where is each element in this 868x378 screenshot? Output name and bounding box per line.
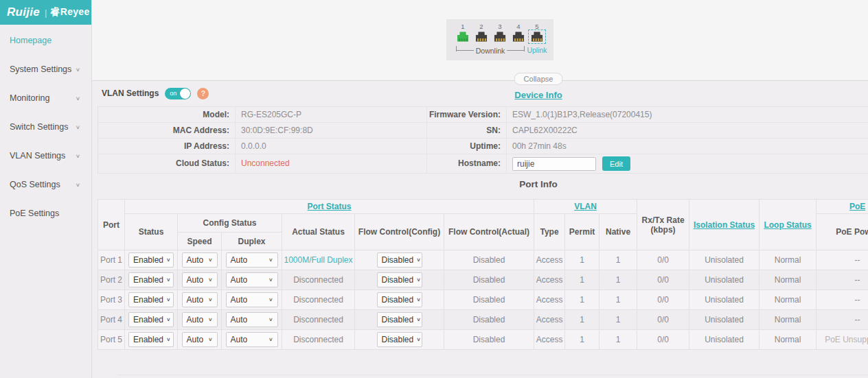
duplex-select[interactable]: Auto∨ <box>226 292 278 307</box>
poe-power-value: PoE Unsupported <box>816 330 868 350</box>
sidebar: Ruijie | 睿Reyee HomepageSystem Settings∨… <box>0 0 92 378</box>
vlan-permit-value: 1 <box>565 250 599 270</box>
chevron-down-icon: ∨ <box>416 297 421 303</box>
isolation-status-link[interactable]: Isolation Status <box>689 200 760 250</box>
port-5-uplink[interactable]: 5 <box>529 23 545 43</box>
status-select[interactable]: Enabled∨ <box>128 312 174 327</box>
col-header-native: Native <box>599 214 637 250</box>
status-select[interactable]: Enabled∨ <box>128 332 174 347</box>
chevron-down-icon: ∨ <box>269 317 273 322</box>
port-4[interactable]: 4 <box>510 23 527 43</box>
loop-status-link[interactable]: Loop Status <box>760 200 816 250</box>
sidebar-item-vlan-settings[interactable]: VLAN Settings∨ <box>0 141 91 170</box>
port-table-body: Port 1Enabled∨Auto∨Auto∨1000M/Full Duple… <box>98 250 868 350</box>
sidebar-item-label: Switch Settings <box>10 122 68 132</box>
ip-value: 0.0.0.0 <box>236 139 427 154</box>
flow-control-actual-value: Disabled <box>444 310 534 330</box>
speed-select[interactable]: Auto∨ <box>182 312 218 327</box>
status-select-cell: Enabled∨ <box>125 330 178 350</box>
hostname-cell: Edit <box>507 154 868 173</box>
edit-hostname-button[interactable]: Edit <box>602 156 630 171</box>
chevron-down-icon: ∨ <box>166 257 171 263</box>
flow-control-config-select[interactable]: Disabled∨ <box>377 272 422 287</box>
poe-power-value: -- <box>816 310 868 330</box>
port-2[interactable]: 2 <box>473 23 490 43</box>
port-table-row: Port 3Enabled∨Auto∨Auto∨DisconnectedDisa… <box>98 290 868 310</box>
vlan-type-value: Access <box>534 250 565 270</box>
port-number-label: 2 <box>479 23 483 31</box>
status-select[interactable]: Enabled∨ <box>128 252 174 268</box>
port-number-label: 1 <box>461 23 464 31</box>
port-number-label: 4 <box>516 23 520 31</box>
poe-power-value: -- <box>816 270 868 290</box>
port-1[interactable]: 1 <box>455 23 471 43</box>
vlan-type-value: Access <box>534 270 565 290</box>
speed-select-value: Auto <box>187 275 204 285</box>
sn-value: CAPL62X00222C <box>507 123 868 138</box>
duplex-select[interactable]: Auto∨ <box>226 252 278 268</box>
sidebar-item-qos-settings[interactable]: QoS Settings∨ <box>0 170 91 199</box>
flow-control-actual-value: Disabled <box>444 270 534 290</box>
rj45-port-icon <box>529 31 545 43</box>
actual-status-value: Disconnected <box>282 290 355 310</box>
sidebar-item-monitoring[interactable]: Monitoring∨ <box>0 84 91 113</box>
vlan-group-link[interactable]: VLAN <box>534 200 637 214</box>
speed-select-value: Auto <box>187 315 204 324</box>
flow-control-config-select[interactable]: Disabled∨ <box>377 292 422 307</box>
duplex-select[interactable]: Auto∨ <box>226 272 278 287</box>
model-label: Model: <box>98 107 236 122</box>
duplex-select-cell: Auto∨ <box>222 270 282 290</box>
flow-control-config-select-cell: Disabled∨ <box>355 270 444 290</box>
speed-select[interactable]: Auto∨ <box>182 252 218 268</box>
vlan-native-value: 1 <box>599 310 637 330</box>
sidebar-item-homepage[interactable]: Homepage <box>0 26 91 55</box>
speed-select-cell: Auto∨ <box>178 250 222 270</box>
status-select-value: Enabled <box>133 275 163 285</box>
duplex-select[interactable]: Auto∨ <box>226 312 278 327</box>
vlan-type-value: Access <box>534 310 565 330</box>
collapse-button[interactable]: Collapse <box>514 73 563 85</box>
poe-group-link[interactable]: PoE <box>816 200 868 214</box>
duplex-select-value: Auto <box>231 295 248 305</box>
sidebar-item-switch-settings[interactable]: Switch Settings∨ <box>0 113 91 141</box>
status-select-cell: Enabled∨ <box>125 250 178 270</box>
flow-control-config-select[interactable]: Disabled∨ <box>377 312 422 327</box>
port-status-group-link[interactable]: Port Status <box>125 200 534 214</box>
flow-control-config-select-cell: Disabled∨ <box>355 310 444 330</box>
col-header-flow-control-config: Flow Control(Config) <box>355 214 444 250</box>
sidebar-item-label: System Settings <box>10 64 71 74</box>
status-select-value: Enabled <box>133 255 163 265</box>
chevron-down-icon: ∨ <box>208 337 213 342</box>
device-info-row: Cloud Status: Unconnected Hostname: Edit <box>98 154 868 173</box>
chevron-down-icon: ∨ <box>416 257 421 263</box>
speed-select[interactable]: Auto∨ <box>182 332 218 347</box>
sidebar-item-poe-settings[interactable]: PoE Settings <box>0 199 91 228</box>
hostname-input[interactable] <box>512 157 596 171</box>
sidebar-item-label: Homepage <box>10 36 52 45</box>
duplex-select-cell: Auto∨ <box>222 290 282 310</box>
status-select[interactable]: Enabled∨ <box>128 292 174 307</box>
flow-control-config-select-cell: Disabled∨ <box>355 290 444 310</box>
port-3[interactable]: 3 <box>492 23 508 43</box>
device-info-link[interactable]: Device Info <box>514 90 562 100</box>
port-table-row: Port 1Enabled∨Auto∨Auto∨1000M/Full Duple… <box>98 250 868 270</box>
vlan-permit-value: 1 <box>565 330 599 350</box>
isolation-status-value: Unisolated <box>689 270 760 290</box>
speed-select[interactable]: Auto∨ <box>182 272 218 287</box>
chevron-down-icon: ∨ <box>76 153 80 159</box>
chevron-down-icon: ∨ <box>76 124 80 130</box>
rj45-port-icon <box>492 31 507 43</box>
flow-control-config-select[interactable]: Disabled∨ <box>377 332 422 347</box>
status-select[interactable]: Enabled∨ <box>128 272 174 287</box>
bracket-line-right <box>507 50 524 51</box>
speed-select[interactable]: Auto∨ <box>182 292 218 307</box>
sidebar-item-system-settings[interactable]: System Settings∨ <box>0 55 91 84</box>
chevron-down-icon: ∨ <box>416 277 421 283</box>
firmware-value: ESW_1.0(1)B1P3,Release(07200415) <box>507 107 868 122</box>
chevron-down-icon: ∨ <box>76 67 80 73</box>
chevron-down-icon: ∨ <box>166 337 171 342</box>
flow-control-config-select[interactable]: Disabled∨ <box>377 252 422 268</box>
chevron-down-icon: ∨ <box>269 277 273 283</box>
duplex-select[interactable]: Auto∨ <box>226 332 278 347</box>
logo-separator: | <box>45 8 47 18</box>
